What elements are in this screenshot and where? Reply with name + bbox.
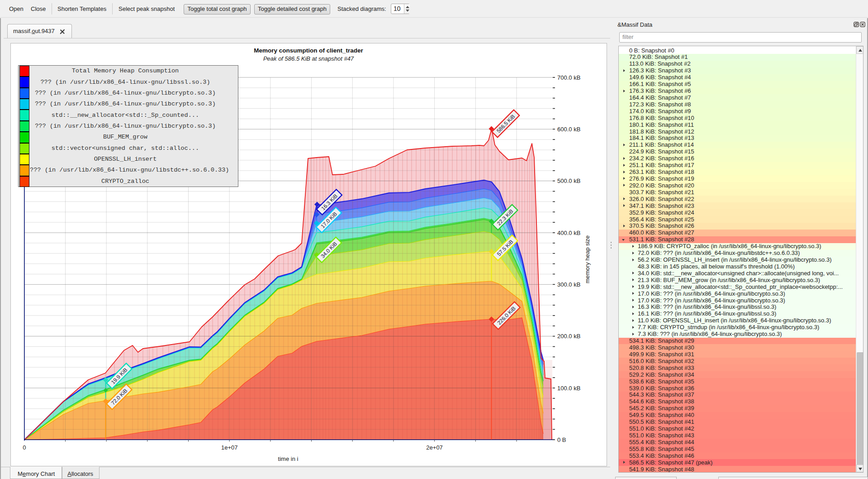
svg-text:1e+07: 1e+07 xyxy=(221,444,238,451)
svg-text:300.0 kB: 300.0 kB xyxy=(557,281,580,288)
svg-text:time in i: time in i xyxy=(278,455,299,462)
svg-text:200.0 kB: 200.0 kB xyxy=(557,333,580,340)
svg-text:100.0 kB: 100.0 kB xyxy=(557,385,580,392)
svg-text:Peak of 586.5 KiB at snapshot: Peak of 586.5 KiB at snapshot #47 xyxy=(263,55,354,62)
svg-text:500.0 kB: 500.0 kB xyxy=(557,177,580,184)
svg-text:2e+07: 2e+07 xyxy=(426,444,443,451)
svg-text:700.0 kB: 700.0 kB xyxy=(557,74,580,81)
svg-text:0: 0 xyxy=(23,444,26,451)
svg-text:600.0 kB: 600.0 kB xyxy=(557,126,580,133)
svg-text:0 B: 0 B xyxy=(557,436,566,443)
svg-text:400.0 kB: 400.0 kB xyxy=(557,230,580,236)
svg-text:Memory consumption of client_t: Memory consumption of client_trader xyxy=(254,47,363,54)
svg-text:memory heap size: memory heap size xyxy=(584,235,591,283)
